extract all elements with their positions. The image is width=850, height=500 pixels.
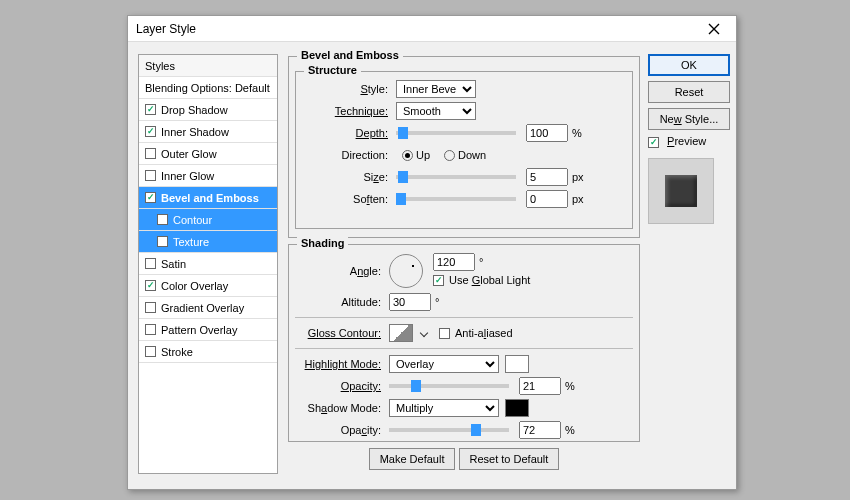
style-checkbox[interactable] (145, 126, 156, 137)
size-input[interactable] (526, 168, 568, 186)
direction-down-label: Down (458, 149, 486, 161)
chevron-down-icon[interactable] (420, 329, 428, 337)
dialog-title: Layer Style (136, 22, 196, 36)
style-item-texture[interactable]: Texture (139, 231, 277, 253)
angle-dial[interactable] (389, 254, 423, 288)
angle-input[interactable] (433, 253, 475, 271)
highlight-opacity-label: Opacity: (295, 380, 381, 392)
direction-down-radio[interactable] (444, 150, 455, 161)
style-item-bevel-and-emboss[interactable]: Bevel and Emboss (139, 187, 277, 209)
style-item-inner-glow[interactable]: Inner Glow (139, 165, 277, 187)
style-checkbox[interactable] (157, 236, 168, 247)
global-light-checkbox[interactable] (433, 275, 444, 286)
right-panel: OK Reset New Style... Preview (648, 54, 730, 224)
style-checkbox[interactable] (145, 258, 156, 269)
highlight-mode-select[interactable]: Overlay (389, 355, 499, 373)
shading-legend: Shading (297, 237, 348, 249)
angle-deg: ° (479, 256, 483, 268)
styles-list: Styles Blending Options: Default Drop Sh… (138, 54, 278, 474)
depth-input[interactable] (526, 124, 568, 142)
reset-button[interactable]: Reset (648, 81, 730, 103)
style-item-color-overlay[interactable]: Color Overlay (139, 275, 277, 297)
highlight-opacity-input[interactable] (519, 377, 561, 395)
shadow-mode-label: Shadow Mode: (295, 402, 381, 414)
antialias-checkbox[interactable] (439, 328, 450, 339)
soften-unit: px (572, 193, 584, 205)
reset-to-default-button[interactable]: Reset to Default (459, 448, 560, 470)
gloss-contour-label: Gloss Contour: (295, 327, 381, 339)
style-checkbox[interactable] (145, 346, 156, 357)
style-item-satin[interactable]: Satin (139, 253, 277, 275)
style-item-label: Texture (173, 236, 209, 248)
new-style-button[interactable]: New Style... (648, 108, 730, 130)
panel-title: Bevel and Emboss (297, 49, 403, 61)
direction-up-label: Up (416, 149, 430, 161)
size-label: Size: (302, 171, 388, 183)
style-item-label: Color Overlay (161, 280, 228, 292)
structure-legend: Structure (304, 64, 361, 76)
style-checkbox[interactable] (145, 148, 156, 159)
style-item-label: Satin (161, 258, 186, 270)
ok-button[interactable]: OK (648, 54, 730, 76)
style-select[interactable]: Inner Bevel (396, 80, 476, 98)
highlight-opacity-unit: % (565, 380, 575, 392)
layer-style-dialog: Layer Style Styles Blending Options: Def… (127, 15, 737, 490)
style-checkbox[interactable] (145, 280, 156, 291)
depth-unit: % (572, 127, 582, 139)
shadow-mode-select[interactable]: Multiply (389, 399, 499, 417)
style-item-stroke[interactable]: Stroke (139, 341, 277, 363)
technique-label: Technique: (302, 105, 388, 117)
direction-label: Direction: (302, 149, 388, 161)
soften-slider[interactable] (396, 197, 516, 201)
styles-header[interactable]: Styles (139, 55, 277, 77)
global-light-label: Use Global Light (449, 274, 530, 286)
style-item-label: Drop Shadow (161, 104, 228, 116)
shadow-opacity-input[interactable] (519, 421, 561, 439)
shadow-opacity-slider[interactable] (389, 428, 509, 432)
style-item-label: Bevel and Emboss (161, 192, 259, 204)
preview-label: Preview (667, 135, 706, 147)
style-item-outer-glow[interactable]: Outer Glow (139, 143, 277, 165)
style-item-gradient-overlay[interactable]: Gradient Overlay (139, 297, 277, 319)
preview-checkbox[interactable] (648, 137, 659, 148)
style-item-label: Inner Glow (161, 170, 214, 182)
shadow-opacity-unit: % (565, 424, 575, 436)
style-item-inner-shadow[interactable]: Inner Shadow (139, 121, 277, 143)
style-checkbox[interactable] (145, 324, 156, 335)
soften-input[interactable] (526, 190, 568, 208)
style-item-label: Stroke (161, 346, 193, 358)
highlight-mode-label: Highlight Mode: (295, 358, 381, 370)
close-button[interactable] (700, 19, 728, 39)
style-checkbox[interactable] (145, 170, 156, 181)
technique-select[interactable]: Smooth (396, 102, 476, 120)
shadow-opacity-label: Opacity: (295, 424, 381, 436)
style-item-drop-shadow[interactable]: Drop Shadow (139, 99, 277, 121)
style-label: Style: (302, 83, 388, 95)
blending-options[interactable]: Blending Options: Default (139, 77, 277, 99)
style-item-label: Gradient Overlay (161, 302, 244, 314)
style-item-label: Outer Glow (161, 148, 217, 160)
preview-swatch (648, 158, 714, 224)
style-item-pattern-overlay[interactable]: Pattern Overlay (139, 319, 277, 341)
style-checkbox[interactable] (145, 104, 156, 115)
altitude-input[interactable] (389, 293, 431, 311)
size-slider[interactable] (396, 175, 516, 179)
make-default-button[interactable]: Make Default (369, 448, 456, 470)
antialias-label: Anti-aliased (455, 327, 513, 339)
size-unit: px (572, 171, 584, 183)
style-checkbox[interactable] (145, 192, 156, 203)
gloss-contour-picker[interactable] (389, 324, 413, 342)
depth-label: Depth: (302, 127, 388, 139)
soften-label: Soften: (302, 193, 388, 205)
style-item-contour[interactable]: Contour (139, 209, 277, 231)
style-checkbox[interactable] (145, 302, 156, 313)
shadow-color-swatch[interactable] (505, 399, 529, 417)
style-item-label: Inner Shadow (161, 126, 229, 138)
direction-up-radio[interactable] (402, 150, 413, 161)
highlight-color-swatch[interactable] (505, 355, 529, 373)
style-checkbox[interactable] (157, 214, 168, 225)
highlight-opacity-slider[interactable] (389, 384, 509, 388)
style-item-label: Contour (173, 214, 212, 226)
altitude-label: Altitude: (295, 296, 381, 308)
depth-slider[interactable] (396, 131, 516, 135)
